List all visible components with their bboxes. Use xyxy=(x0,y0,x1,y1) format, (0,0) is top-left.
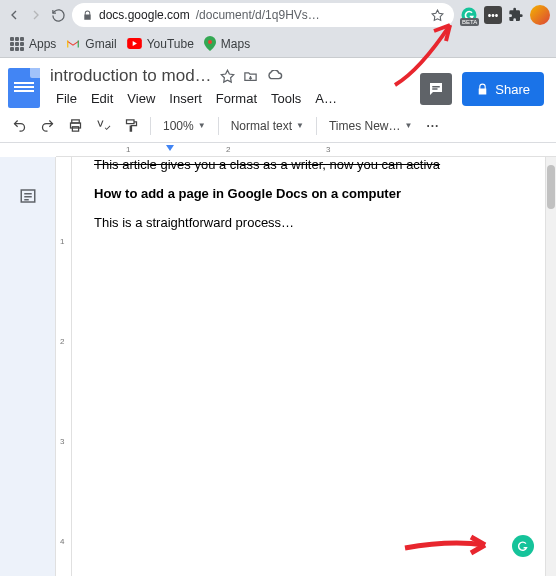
svg-rect-3 xyxy=(433,86,441,88)
bookmark-youtube-label: YouTube xyxy=(147,37,194,51)
bookmark-maps[interactable]: Maps xyxy=(204,36,250,51)
vruler-mark: 2 xyxy=(60,337,64,346)
menu-tools[interactable]: Tools xyxy=(265,88,307,109)
document-page[interactable]: This article gives you a class as a writ… xyxy=(72,157,545,576)
chevron-down-icon: ▼ xyxy=(404,121,412,130)
svg-rect-8 xyxy=(126,120,134,124)
grammarly-extension-icon[interactable]: BETA xyxy=(460,6,478,24)
menu-edit[interactable]: Edit xyxy=(85,88,119,109)
url-path: /document/d/1q9HVs… xyxy=(196,8,320,22)
youtube-icon xyxy=(127,38,142,49)
bookmark-apps[interactable]: Apps xyxy=(10,37,56,51)
comment-icon xyxy=(427,80,445,98)
lock-icon xyxy=(82,10,93,21)
lock-icon xyxy=(476,83,489,96)
chevron-down-icon: ▼ xyxy=(198,121,206,130)
spellcheck-icon[interactable] xyxy=(92,115,114,137)
scrollbar-thumb[interactable] xyxy=(547,165,555,209)
ruler-mark: 3 xyxy=(326,145,330,154)
extension-icon[interactable]: ••• xyxy=(484,6,502,24)
document-heading[interactable]: How to add a page in Google Docs on a co… xyxy=(94,186,525,201)
bookmark-youtube[interactable]: YouTube xyxy=(127,37,194,51)
redo-icon[interactable] xyxy=(36,115,58,137)
zoom-select[interactable]: 100%▼ xyxy=(159,119,210,133)
bookmark-maps-label: Maps xyxy=(221,37,250,51)
apps-icon xyxy=(10,37,24,51)
share-button[interactable]: Share xyxy=(462,72,544,106)
grammarly-floating-icon[interactable] xyxy=(512,535,534,557)
extensions-puzzle-icon[interactable] xyxy=(508,7,524,23)
outline-gutter xyxy=(0,157,56,576)
vruler-mark: 3 xyxy=(60,437,64,446)
toolbar: 100%▼ Normal text▼ Times New…▼ ··· xyxy=(0,109,556,143)
undo-icon[interactable] xyxy=(8,115,30,137)
vruler-mark: 1 xyxy=(60,237,64,246)
url-host: docs.google.com xyxy=(99,8,190,22)
reload-icon[interactable] xyxy=(50,7,66,23)
separator xyxy=(316,117,317,135)
menu-insert[interactable]: Insert xyxy=(163,88,208,109)
bookmark-gmail[interactable]: Gmail xyxy=(66,37,116,51)
profile-avatar[interactable] xyxy=(530,5,550,25)
horizontal-ruler[interactable]: 1 2 3 xyxy=(56,143,556,157)
font-select[interactable]: Times New…▼ xyxy=(325,119,416,133)
separator xyxy=(218,117,219,135)
comments-button[interactable] xyxy=(420,73,452,105)
tab-stop-icon[interactable] xyxy=(166,145,174,151)
share-label: Share xyxy=(495,82,530,97)
menu-file[interactable]: File xyxy=(50,88,83,109)
vertical-ruler[interactable]: 1 2 3 4 xyxy=(56,157,72,576)
font-value: Times New… xyxy=(329,119,401,133)
bookmark-apps-label: Apps xyxy=(29,37,56,51)
star-outline-icon[interactable] xyxy=(220,69,235,84)
move-folder-icon[interactable] xyxy=(243,69,258,84)
paint-format-icon[interactable] xyxy=(120,115,142,137)
document-text[interactable]: This is a straightforward process… xyxy=(94,215,525,230)
toolbar-more[interactable]: ··· xyxy=(422,119,443,133)
print-icon[interactable] xyxy=(64,115,86,137)
menu-format[interactable]: Format xyxy=(210,88,263,109)
address-bar[interactable]: docs.google.com/document/d/1q9HVs… xyxy=(72,3,454,27)
svg-point-2 xyxy=(208,40,212,44)
vertical-scrollbar[interactable] xyxy=(545,157,556,576)
zoom-value: 100% xyxy=(163,119,194,133)
maps-icon xyxy=(204,36,216,51)
google-docs-icon[interactable] xyxy=(8,68,40,108)
document-title[interactable]: introduction to mod… xyxy=(50,66,212,86)
ruler-mark: 2 xyxy=(226,145,230,154)
bookmark-gmail-label: Gmail xyxy=(85,37,116,51)
bookmark-star-icon[interactable] xyxy=(431,9,444,22)
style-value: Normal text xyxy=(231,119,292,133)
gmail-icon xyxy=(66,37,80,51)
svg-rect-4 xyxy=(433,88,438,90)
chevron-down-icon: ▼ xyxy=(296,121,304,130)
ruler-mark: 1 xyxy=(126,145,130,154)
outline-icon[interactable] xyxy=(19,187,37,576)
forward-icon xyxy=(28,7,44,23)
back-icon[interactable] xyxy=(6,7,22,23)
vruler-mark: 4 xyxy=(60,537,64,546)
document-text-strikethrough[interactable]: This article gives you a class as a writ… xyxy=(94,157,525,172)
menu-addons[interactable]: A… xyxy=(309,88,343,109)
menu-view[interactable]: View xyxy=(121,88,161,109)
separator xyxy=(150,117,151,135)
style-select[interactable]: Normal text▼ xyxy=(227,119,308,133)
cloud-saved-icon[interactable] xyxy=(266,70,283,83)
beta-badge: BETA xyxy=(460,18,479,26)
